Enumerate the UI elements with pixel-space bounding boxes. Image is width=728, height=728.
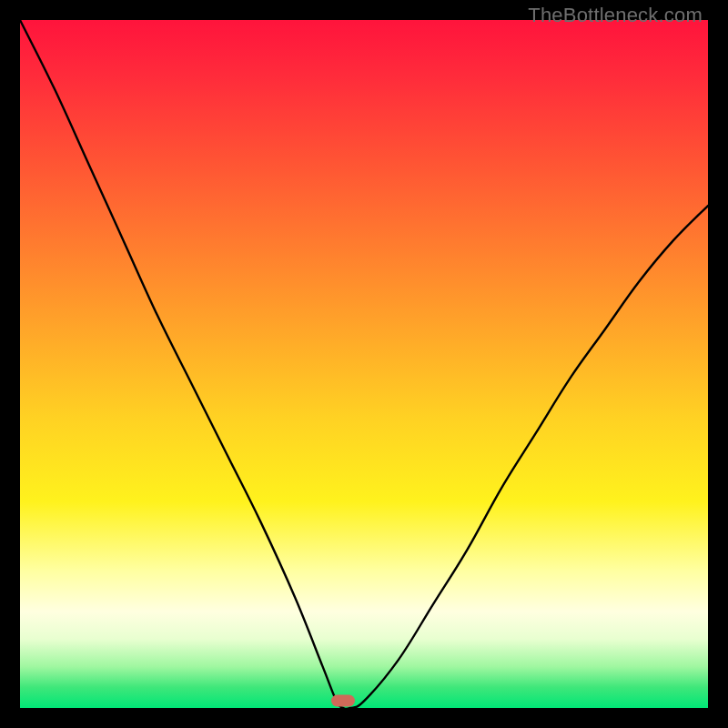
- watermark-text: TheBottleneck.com: [528, 4, 703, 27]
- curve-svg: [20, 20, 708, 708]
- minimum-marker: [331, 695, 355, 707]
- plot-area: [20, 20, 708, 708]
- bottleneck-curve: [20, 20, 708, 709]
- chart-frame: TheBottleneck.com: [0, 0, 728, 728]
